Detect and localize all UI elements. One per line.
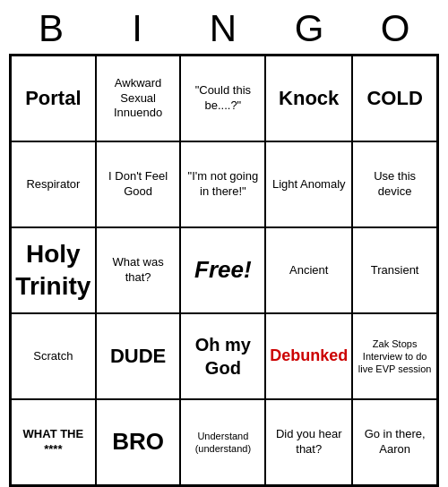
cell-3-2: Oh my God [180, 313, 265, 399]
cell-0-0: Portal [11, 56, 96, 141]
cell-4-0: WHAT THE **** [11, 399, 96, 485]
cell-4-2: Understand (understand) [180, 399, 265, 485]
title-i: I [99, 7, 177, 50]
cell-4-4: Go in there, Aaron [352, 399, 437, 485]
title-o: O [358, 7, 435, 50]
title-b: B [13, 7, 90, 50]
cell-2-3: Ancient [265, 227, 352, 313]
cell-1-1: I Don't Feel Good [96, 141, 181, 227]
bingo-grid: Portal Awkward Sexual Innuendo "Could th… [9, 54, 439, 487]
cell-3-4: Zak Stops Interview to do live EVP sessi… [352, 313, 437, 399]
cell-0-2: "Could this be....?" [180, 56, 265, 141]
title-n: N [185, 7, 263, 50]
cell-0-4: COLD [352, 56, 437, 141]
cell-4-3: Did you hear that? [265, 399, 352, 485]
cell-1-3: Light Anomaly [265, 141, 352, 227]
cell-3-3: Debunked [265, 313, 352, 399]
title-g: G [271, 7, 349, 50]
cell-1-4: Use this device [352, 141, 437, 227]
cell-1-0: Respirator [11, 141, 96, 227]
cell-0-1: Awkward Sexual Innuendo [96, 56, 181, 141]
cell-1-2: "I'm not going in there!" [180, 141, 265, 227]
cell-3-1: DUDE [96, 313, 181, 399]
cell-2-0: Holy Trinity [11, 227, 96, 313]
cell-2-2: Free! [180, 227, 265, 313]
cell-0-3: Knock [265, 56, 352, 141]
cell-2-1: What was that? [96, 227, 181, 313]
bingo-title: B I N G O [9, 0, 439, 54]
cell-2-4: Transient [352, 227, 437, 313]
cell-4-1: BRO [96, 399, 181, 485]
cell-3-0: Scratch [11, 313, 96, 399]
